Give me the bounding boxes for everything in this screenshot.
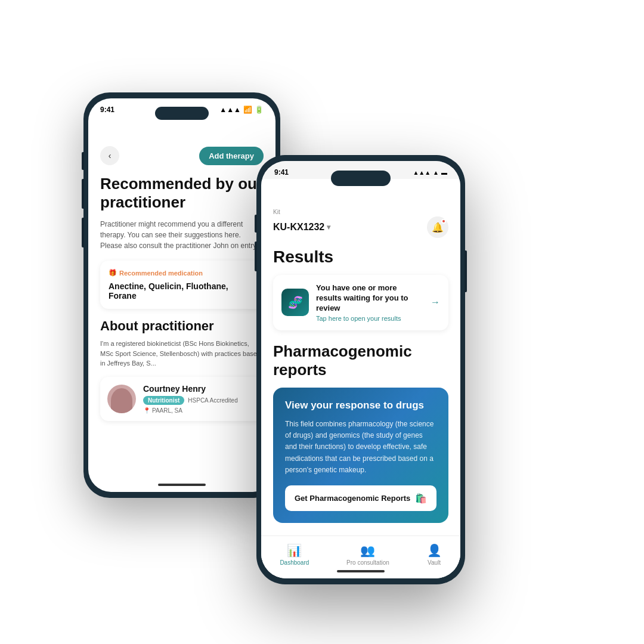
back-content: ‹ Add therapy Recommended by our practit… bbox=[88, 116, 275, 492]
front-content: Kit KU-KX1232 ▾ 🔔 Results 🧬 bbox=[261, 179, 460, 578]
front-volume-down-button bbox=[255, 242, 257, 271]
kit-id-text: KU-KX1232 bbox=[273, 222, 324, 233]
front-wifi-icon: ▲ bbox=[433, 169, 439, 176]
results-card[interactable]: 🧬 You have one or more results waiting f… bbox=[273, 275, 448, 330]
front-phone-screen: 9:41 ▲▲▲ ▲ ▬ Kit KU-KX1232 ▾ 🔔 bbox=[261, 161, 460, 578]
rec-label: 🎁 Recommended medication bbox=[109, 269, 255, 277]
volume-up-button bbox=[82, 152, 84, 170]
front-battery-icon: ▬ bbox=[441, 169, 447, 176]
get-pharmaco-reports-button[interactable]: Get Pharmacogenomic Reports 🛍️ bbox=[285, 485, 436, 511]
vault-icon: 👤 bbox=[427, 543, 442, 558]
about-title: About practitioner bbox=[100, 318, 264, 334]
avatar-silhouette bbox=[111, 388, 132, 413]
results-title: Results bbox=[273, 247, 448, 267]
back-top-bar: ‹ Add therapy bbox=[100, 146, 264, 165]
pharmaco-title: Pharmacogenomic reports bbox=[273, 342, 448, 379]
recommended-medication-card: 🎁 Recommended medication Anectine, Queli… bbox=[100, 261, 264, 309]
notification-bell-button[interactable]: 🔔 bbox=[427, 216, 448, 238]
home-indicator bbox=[158, 484, 206, 486]
back-phone-screen: 9:41 ▲▲▲ 📶 🔋 ‹ Add therapy Recommended b… bbox=[88, 98, 275, 492]
pro-consultation-label: Pro consultation bbox=[346, 559, 389, 566]
phone-back: 9:41 ▲▲▲ 📶 🔋 ‹ Add therapy Recommended b… bbox=[83, 92, 280, 498]
nav-vault[interactable]: 👤 Vault bbox=[427, 543, 442, 566]
practitioner-card[interactable]: Courtney Henry Nutritionist HSPCA Accred… bbox=[100, 377, 264, 421]
signal-icon: ▲▲▲ bbox=[219, 106, 241, 114]
kit-dropdown-icon[interactable]: ▾ bbox=[327, 223, 330, 231]
rec-medications: Anectine, Quelicin, Fluothane, Forane bbox=[109, 281, 255, 301]
hspca-text: HSPCA Accredited bbox=[188, 397, 237, 404]
pro-consultation-icon: 👥 bbox=[360, 543, 375, 558]
pharmaco-card-title: View your response to drugs bbox=[285, 400, 436, 411]
page-description: Practitioner might recommend you a diffe… bbox=[100, 219, 264, 251]
results-main-text: You have one or more results waiting for… bbox=[316, 283, 423, 314]
volume-down-button bbox=[82, 179, 84, 209]
location-icon: 📍 bbox=[143, 407, 150, 414]
add-therapy-button[interactable]: Add therapy bbox=[199, 147, 264, 165]
kit-row: KU-KX1232 ▾ 🔔 bbox=[273, 216, 448, 238]
back-status-icons: ▲▲▲ 📶 🔋 bbox=[219, 106, 264, 114]
practitioner-info: Courtney Henry Nutritionist HSPCA Accred… bbox=[143, 384, 238, 414]
back-time: 9:41 bbox=[100, 106, 114, 114]
front-volume-up-button bbox=[255, 215, 257, 233]
front-home-indicator bbox=[337, 570, 385, 572]
pharmaco-card-text: This field combines pharmacology (the sc… bbox=[285, 419, 436, 476]
rec-icon: 🎁 bbox=[109, 269, 117, 277]
kit-id[interactable]: KU-KX1232 ▾ bbox=[273, 222, 330, 233]
front-dynamic-island bbox=[331, 171, 391, 186]
front-status-icons: ▲▲▲ ▲ ▬ bbox=[413, 169, 447, 176]
practitioner-location: 📍 PAARL, SA bbox=[143, 407, 238, 414]
front-power-button bbox=[465, 250, 467, 292]
mute-button bbox=[82, 218, 84, 247]
dna-glyph: 🧬 bbox=[288, 295, 303, 309]
practitioner-name: Courtney Henry bbox=[143, 384, 238, 394]
results-text-block: You have one or more results waiting for… bbox=[316, 283, 423, 322]
shopping-bag-icon: 🛍️ bbox=[415, 493, 427, 504]
kit-label: Kit bbox=[273, 209, 448, 215]
front-signal-icon: ▲▲▲ bbox=[413, 169, 431, 176]
back-button[interactable]: ‹ bbox=[100, 146, 119, 165]
practitioner-badge-row: Nutritionist HSPCA Accredited bbox=[143, 396, 238, 405]
battery-icon: 🔋 bbox=[255, 106, 264, 114]
dashboard-icon: 📊 bbox=[287, 543, 302, 558]
front-time: 9:41 bbox=[274, 168, 289, 177]
wifi-icon: 📶 bbox=[243, 106, 252, 114]
nutritionist-badge: Nutritionist bbox=[143, 396, 184, 405]
dashboard-label: Dashboard bbox=[280, 559, 309, 566]
nav-pro-consultation[interactable]: 👥 Pro consultation bbox=[346, 543, 389, 566]
location-text: PAARL, SA bbox=[152, 407, 182, 414]
rec-label-text: Recommended medication bbox=[119, 270, 203, 277]
phone-front: 9:41 ▲▲▲ ▲ ▬ Kit KU-KX1232 ▾ 🔔 bbox=[256, 155, 465, 584]
nav-dashboard[interactable]: 📊 Dashboard bbox=[280, 543, 309, 566]
dna-icon: 🧬 bbox=[281, 289, 309, 316]
about-text: I'm a registered biokineticist (BSc Hons… bbox=[100, 339, 264, 369]
vault-label: Vault bbox=[428, 559, 441, 566]
pharmaco-btn-label: Get Pharmacogenomic Reports bbox=[295, 494, 410, 503]
avatar bbox=[107, 385, 136, 413]
dynamic-island bbox=[155, 107, 209, 120]
results-sub-text: Tap here to open your results bbox=[316, 315, 423, 322]
results-arrow-icon: → bbox=[431, 297, 440, 308]
pharmaco-card: View your response to drugs This field c… bbox=[273, 388, 448, 523]
notification-dot bbox=[441, 219, 446, 224]
page-title: Recommended by our practitioner bbox=[100, 175, 264, 212]
